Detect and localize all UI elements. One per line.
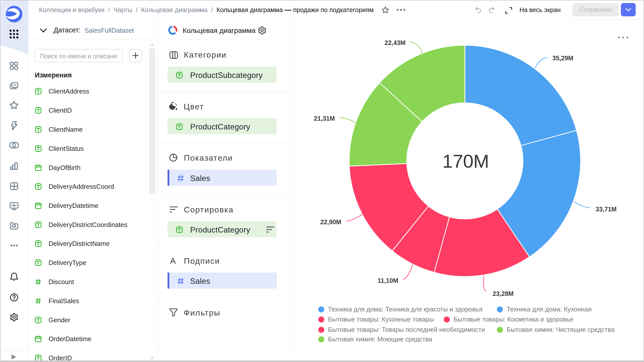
svg-text:22,90M: 22,90M: [320, 218, 341, 225]
svg-text:35,29M: 35,29M: [552, 55, 573, 62]
svg-text:11,10M: 11,10M: [378, 277, 398, 284]
svg-text:21,31M: 21,31M: [314, 115, 335, 122]
svg-text:33,71M: 33,71M: [596, 206, 617, 213]
svg-text:170M: 170M: [442, 151, 489, 172]
svg-text:23,28M: 23,28M: [493, 290, 513, 297]
svg-text:22,43M: 22,43M: [385, 39, 406, 46]
